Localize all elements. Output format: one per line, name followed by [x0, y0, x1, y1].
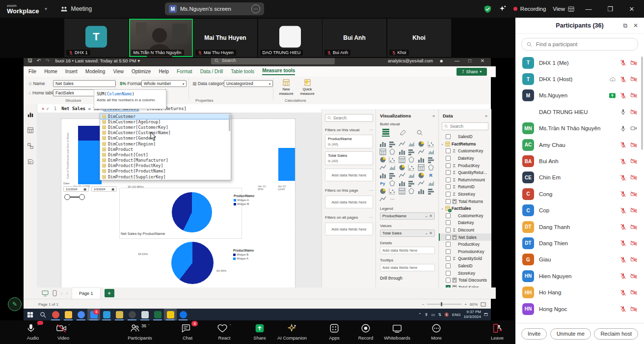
tray-volume-muted-icon[interactable]: 🔇 — [444, 313, 449, 317]
viz-type-icon[interactable] — [398, 141, 405, 147]
field-checkbox[interactable] — [446, 163, 451, 168]
data-field-row[interactable]: ⌄✓FactSales — [439, 205, 491, 212]
details-addbox[interactable]: Add data fields here — [380, 247, 435, 254]
collapse-pane-icon[interactable]: » — [432, 114, 435, 118]
participant-row[interactable]: CCong — [515, 186, 644, 202]
viz-type-icon[interactable] — [389, 188, 396, 195]
viz-type-icon[interactable] — [427, 156, 434, 163]
tray-clock[interactable]: 9:37 PM 10/3/2024 — [463, 310, 481, 319]
toolbar-ai-button[interactable]: AI Companion — [274, 323, 310, 341]
taskbar-app-power-bi[interactable] — [164, 309, 177, 320]
toolbar-whiteboards-button[interactable]: Whiteboards — [379, 323, 415, 341]
window-minimize-button[interactable]: — — [581, 5, 596, 13]
mobile-layout-icon[interactable] — [53, 290, 57, 296]
pbi-minimize-button[interactable]: — — [451, 58, 463, 63]
filter-card-productname[interactable]: ProductName is (All) — [325, 135, 373, 148]
build-visual-tab-icon[interactable] — [382, 128, 390, 137]
data-field-row[interactable]: Total Returns — [439, 198, 491, 205]
video-tile[interactable]: Mai Thu HuyenMai Thu Huyen — [193, 19, 257, 57]
viz-type-icon[interactable] — [389, 164, 396, 171]
viz-type-icon[interactable] — [398, 172, 405, 179]
viz-type-icon[interactable] — [398, 188, 405, 195]
taskbar-app-file-explorer[interactable] — [62, 309, 75, 320]
filter-card-totalsales[interactable]: Total Sales is (All) — [325, 151, 373, 165]
participant-search-box[interactable] — [521, 38, 638, 51]
participant-row[interactable]: HHHo Hang — [515, 284, 644, 300]
autocomplete-item[interactable]: DimCustomer[AgeGroup] — [100, 119, 231, 124]
field-checkbox[interactable] — [446, 228, 451, 232]
viz-type-icon[interactable] — [398, 164, 405, 171]
viz-type-icon[interactable] — [418, 172, 425, 179]
field-checkbox[interactable] — [446, 271, 451, 276]
slicer-start-date-input[interactable]: 1/1/2024▦ — [63, 186, 89, 192]
toolbar-video-button[interactable]: ⌃Video — [45, 323, 81, 341]
video-tile[interactable]: TDHX 1 — [64, 19, 128, 57]
toolbar-chat-button[interactable]: 8⌃Chat — [169, 323, 206, 341]
zoom-out-icon[interactable]: − — [422, 302, 425, 307]
viz-type-icon[interactable] — [418, 148, 425, 155]
bar-segment-light[interactable] — [78, 141, 102, 184]
data-field-row[interactable]: DateKey — [439, 155, 491, 162]
more-options-icon[interactable]: ⋯ — [369, 128, 373, 132]
data-field-row[interactable]: StoreKey — [439, 269, 491, 277]
tray-chevron-icon[interactable]: ⌃ — [418, 313, 422, 317]
save-icon[interactable]: 🖫 — [27, 58, 32, 63]
tray-battery-icon[interactable]: ▭ — [431, 313, 435, 317]
participant-row[interactable]: DTDang Thanh — [515, 219, 644, 235]
viz-type-icon[interactable] — [389, 172, 396, 179]
viz-type-icon[interactable] — [379, 141, 386, 147]
participants-scrollbar[interactable] — [641, 57, 643, 150]
legend-field-chip[interactable]: ProductName⌄ ✕ — [380, 212, 435, 220]
chevron-up-icon[interactable]: ⌃ — [229, 324, 232, 328]
autocomplete-item[interactable]: DimCustomer[CustomerKey] — [100, 124, 231, 130]
data-field-row[interactable]: PromotionKey — [439, 248, 491, 256]
pie-chart-2-visual[interactable]: 39.54% 60.46% ProductNameWidget BWidget … — [119, 239, 241, 287]
start-button[interactable] — [24, 309, 36, 320]
menu-tab-file[interactable]: File — [28, 69, 36, 74]
desktop-layout-icon[interactable] — [42, 290, 49, 296]
autocomplete-item[interactable]: DimCustomer[Gender] — [100, 136, 231, 141]
menu-tab-measuretools[interactable]: Measure tools — [262, 68, 295, 75]
next-page-icon[interactable]: › — [66, 291, 68, 296]
pbi-share-button[interactable]: ⤴ Share ▾ — [456, 68, 487, 76]
data-field-row[interactable]: ΣCustomerKey — [439, 147, 491, 155]
participant-row[interactable]: TDHX 1 (Me) — [515, 55, 644, 71]
zoom-in-icon[interactable]: + — [464, 302, 467, 307]
data-field-row[interactable]: Total Discounts — [439, 277, 491, 284]
chevron-down-icon[interactable]: ▼ — [44, 7, 48, 11]
field-checkbox[interactable] — [446, 213, 451, 218]
cancel-formula-icon[interactable]: ✕ — [42, 106, 44, 111]
toolbar-more-button[interactable]: More — [418, 323, 455, 341]
unmute-me-button[interactable]: Unmute me — [550, 328, 591, 340]
field-checkbox[interactable] — [446, 184, 451, 189]
toolbar-react-button[interactable]: ⌃React — [206, 323, 242, 341]
notification-center-icon[interactable]: 🗔 — [484, 313, 488, 317]
data-field-row[interactable]: CustomerKey — [439, 212, 491, 220]
data-field-row[interactable]: ΣQuantitySold — [439, 255, 491, 262]
field-checkbox[interactable] — [446, 134, 451, 139]
tray-language[interactable]: ENG — [452, 313, 460, 317]
taskbar-app-vscode[interactable] — [100, 309, 113, 320]
menu-tab-home[interactable]: Home — [44, 69, 57, 74]
taskbar-app-github-desktop[interactable] — [126, 309, 138, 320]
invite-button[interactable]: Invite — [521, 328, 547, 340]
ai-companion-icon[interactable] — [499, 5, 507, 13]
data-category-select[interactable]: Uncategorized▾ — [224, 80, 273, 87]
popout-icon[interactable]: ⧉ — [623, 22, 627, 29]
participant-row[interactable]: CCop — [515, 202, 644, 219]
video-tile[interactable]: Bui AnhBui Anh — [322, 19, 386, 57]
pie-2[interactable] — [171, 242, 214, 284]
autocomplete-item[interactable]: DimProduct[SupplierKey] — [100, 174, 231, 179]
participant-search-input[interactable] — [535, 41, 625, 48]
viz-type-icon[interactable] — [408, 148, 415, 155]
new-measure-button[interactable]: New measure — [277, 79, 295, 96]
viz-type-icon[interactable] — [408, 156, 415, 163]
data-field-row[interactable]: ΣStoreKey — [439, 191, 491, 198]
redo-icon[interactable]: ↷ — [45, 58, 49, 63]
filters-allpages-addbox[interactable]: Add data fields here — [325, 223, 373, 235]
autocomplete-item[interactable]: DimProduct[ProductName] — [100, 169, 231, 174]
toolbar-leave-button[interactable]: Leave — [479, 323, 515, 341]
document-title[interactable]: buoi 16 • Last saved: Today at 5:50 PM ▾ — [55, 58, 140, 63]
pie-chart-1-visual[interactable]: 30 (42.86%) ProductNameWidget AWidget B … — [119, 188, 242, 239]
participant-row[interactable]: HNHien Nguyen — [515, 268, 644, 284]
